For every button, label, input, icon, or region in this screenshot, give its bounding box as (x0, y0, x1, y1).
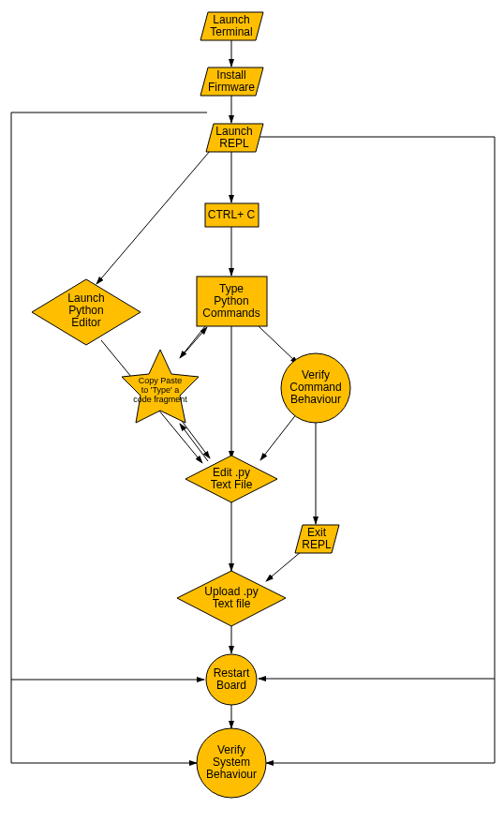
label: Edit .py (213, 466, 250, 479)
label: Launch (215, 125, 252, 138)
label: Launch (213, 13, 249, 26)
label: Behaviour (290, 393, 341, 406)
label: REPL (219, 137, 249, 150)
label: System (213, 756, 250, 769)
label: Terminal (210, 25, 252, 38)
node-exit-repl: Exit REPL (295, 525, 339, 553)
label: Install (216, 68, 245, 82)
svg-line-4 (96, 150, 211, 284)
label: Python (68, 304, 103, 317)
label: CTRL+ C (208, 208, 256, 221)
node-upload-py: Upload .py Text file (177, 571, 286, 626)
label: Python (214, 294, 248, 307)
svg-line-5 (259, 326, 298, 364)
node-verify-system: Verify System Behaviour (197, 728, 266, 798)
node-launch-repl: Launch REPL (206, 124, 263, 152)
svg-line-15 (266, 551, 302, 581)
node-launch-terminal: Launch Terminal (200, 12, 263, 40)
label: Copy Paste (139, 376, 183, 385)
node-restart-board: Restart Board (206, 654, 257, 705)
label: Verify (217, 743, 245, 756)
svg-line-11 (182, 421, 210, 458)
node-launch-editor: Launch Python Editor (32, 279, 141, 345)
label: Editor (71, 316, 100, 329)
label: code fragment (133, 395, 187, 404)
svg-line-9 (260, 413, 297, 460)
node-install-firmware: Install Firmware (200, 67, 263, 96)
label: REPL (302, 538, 332, 551)
label: Text file (213, 597, 251, 610)
svg-line-12 (180, 424, 208, 461)
node-edit-py: Edit .py Text File (185, 456, 277, 502)
label: Command (289, 381, 341, 394)
label: Board (216, 679, 246, 692)
label: Exit (307, 526, 327, 539)
node-ctrl-c: CTRL+ C (205, 203, 259, 227)
label: Text File (211, 478, 253, 491)
label: Behaviour (206, 768, 257, 781)
node-type-commands: Type Python Commands (197, 277, 267, 326)
node-verify-command: Verify Command Behaviour (281, 353, 350, 423)
label: Launch (67, 292, 104, 305)
label: Firmware (208, 81, 255, 94)
label: Verify (302, 368, 330, 382)
label: Restart (214, 666, 250, 680)
label: Commands (202, 307, 259, 320)
label: Type (219, 282, 244, 295)
svg-line-8 (182, 327, 207, 356)
label: to 'Type' a (141, 385, 179, 395)
label: Upload .py (204, 585, 258, 598)
